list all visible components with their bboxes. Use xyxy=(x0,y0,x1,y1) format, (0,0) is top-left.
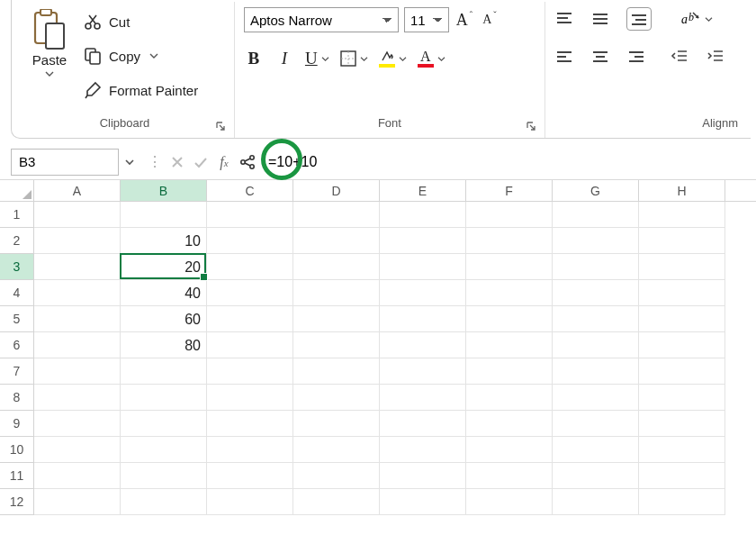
cell[interactable] xyxy=(466,254,553,280)
cell[interactable]: 20 xyxy=(121,254,207,280)
name-box-dropdown[interactable] xyxy=(119,149,140,176)
cell[interactable] xyxy=(639,437,725,463)
cut-button[interactable]: Cut xyxy=(84,9,198,34)
font-color-button[interactable]: A xyxy=(418,47,446,70)
cell[interactable] xyxy=(380,437,466,463)
col-header[interactable]: A xyxy=(34,180,121,201)
select-all-corner[interactable] xyxy=(0,180,34,201)
paste-button[interactable]: Paste xyxy=(24,5,75,79)
cell[interactable] xyxy=(466,437,553,463)
cell[interactable] xyxy=(553,489,639,515)
cell[interactable] xyxy=(293,332,380,358)
cell[interactable] xyxy=(121,358,207,385)
enter-icon[interactable] xyxy=(189,149,212,176)
cell[interactable] xyxy=(380,332,466,358)
cell[interactable] xyxy=(466,411,553,437)
cell[interactable] xyxy=(466,228,553,254)
cell[interactable] xyxy=(639,280,725,306)
cell[interactable] xyxy=(293,411,380,437)
row-header[interactable]: 5 xyxy=(0,306,34,332)
cell[interactable] xyxy=(121,385,207,411)
cell[interactable] xyxy=(553,385,639,411)
cell[interactable] xyxy=(380,254,466,280)
italic-button[interactable]: I xyxy=(274,47,294,70)
row-header[interactable]: 7 xyxy=(0,358,34,385)
cell[interactable] xyxy=(639,228,725,254)
row-header[interactable]: 4 xyxy=(0,280,34,306)
cell[interactable] xyxy=(34,385,121,411)
increase-indent-button[interactable] xyxy=(706,45,725,68)
row-header[interactable]: 12 xyxy=(0,489,34,515)
cell[interactable] xyxy=(121,202,207,228)
paste-dropdown[interactable] xyxy=(45,69,54,79)
cell[interactable] xyxy=(207,202,293,228)
col-header[interactable]: E xyxy=(380,180,466,201)
cell[interactable] xyxy=(380,411,466,437)
row-header[interactable]: 3 xyxy=(0,254,34,280)
cell[interactable] xyxy=(639,202,725,228)
col-header[interactable]: D xyxy=(293,180,380,201)
cell[interactable] xyxy=(639,489,725,515)
col-header[interactable]: G xyxy=(553,180,639,201)
cell[interactable] xyxy=(466,332,553,358)
cell[interactable] xyxy=(207,358,293,385)
cell[interactable] xyxy=(293,437,380,463)
cell[interactable] xyxy=(207,332,293,358)
fx-icon[interactable]: fx xyxy=(212,149,236,176)
cell[interactable] xyxy=(207,411,293,437)
row-header[interactable]: 11 xyxy=(0,463,34,489)
cell[interactable] xyxy=(293,202,380,228)
decrease-indent-button[interactable] xyxy=(670,45,689,68)
align-bottom-button[interactable] xyxy=(626,7,652,31)
font-name-select[interactable]: Aptos Narrow xyxy=(244,7,399,32)
cell[interactable] xyxy=(207,228,293,254)
cell[interactable] xyxy=(293,254,380,280)
increase-font-button[interactable]: Aˆ xyxy=(454,8,474,32)
col-header[interactable]: C xyxy=(207,180,293,201)
row-header[interactable]: 1 xyxy=(0,202,34,228)
cell[interactable] xyxy=(639,385,725,411)
row-header[interactable]: 8 xyxy=(0,385,34,411)
cell[interactable] xyxy=(380,280,466,306)
cell[interactable] xyxy=(293,385,380,411)
cell[interactable] xyxy=(380,385,466,411)
cell[interactable] xyxy=(466,280,553,306)
cell[interactable]: 60 xyxy=(121,306,207,332)
name-box[interactable] xyxy=(11,149,119,176)
row-header[interactable]: 2 xyxy=(0,228,34,254)
format-painter-button[interactable]: Format Painter xyxy=(84,77,198,103)
cell[interactable] xyxy=(207,280,293,306)
cell[interactable] xyxy=(121,437,207,463)
row-header[interactable]: 6 xyxy=(0,332,34,358)
cell[interactable] xyxy=(293,463,380,489)
cell[interactable] xyxy=(553,228,639,254)
col-header[interactable]: H xyxy=(639,180,725,201)
cell[interactable] xyxy=(293,228,380,254)
cell[interactable] xyxy=(293,358,380,385)
cell[interactable] xyxy=(380,489,466,515)
cell[interactable] xyxy=(207,463,293,489)
cell[interactable] xyxy=(207,306,293,332)
cell[interactable] xyxy=(466,489,553,515)
cell[interactable] xyxy=(380,358,466,385)
cell[interactable] xyxy=(293,306,380,332)
align-center-button[interactable] xyxy=(590,45,610,68)
clipboard-launcher[interactable] xyxy=(214,120,227,132)
align-middle-button[interactable] xyxy=(590,7,610,31)
cell[interactable] xyxy=(553,254,639,280)
cell[interactable] xyxy=(553,202,639,228)
cell[interactable] xyxy=(466,306,553,332)
cell[interactable] xyxy=(293,280,380,306)
cell[interactable] xyxy=(380,463,466,489)
cell[interactable] xyxy=(466,463,553,489)
cell[interactable] xyxy=(34,306,121,332)
cell[interactable] xyxy=(553,463,639,489)
cell[interactable] xyxy=(553,280,639,306)
cell[interactable] xyxy=(34,280,121,306)
cell[interactable] xyxy=(34,202,121,228)
cell[interactable] xyxy=(34,437,121,463)
cell[interactable]: 80 xyxy=(121,332,207,358)
cell[interactable] xyxy=(639,254,725,280)
row-header[interactable]: 10 xyxy=(0,437,34,463)
align-left-button[interactable] xyxy=(554,45,574,68)
